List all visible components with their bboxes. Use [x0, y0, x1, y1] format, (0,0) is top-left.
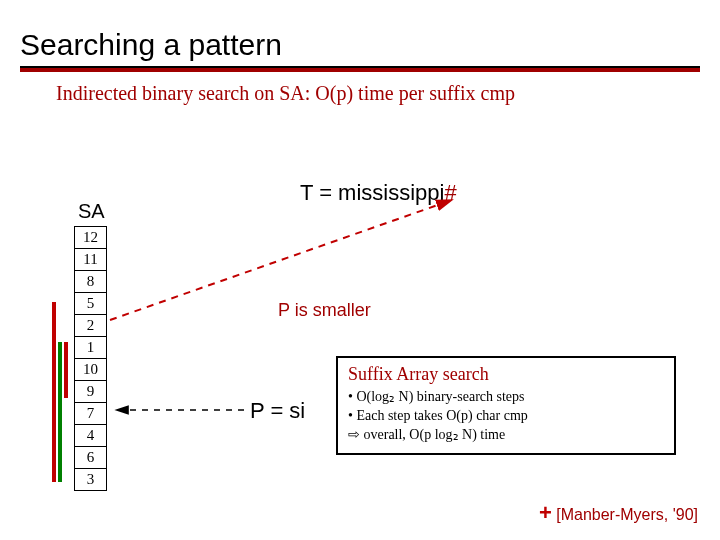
sa-cell: 11	[75, 249, 107, 271]
t-terminator: #	[444, 180, 456, 205]
sa-cell: 3	[75, 469, 107, 491]
range-bar-inner	[64, 342, 68, 398]
subtitle: Indirected binary search on SA: O(p) tim…	[56, 82, 700, 105]
sa-cell: 1	[75, 337, 107, 359]
p-equals-label: P = si	[250, 398, 305, 424]
t-string: T = mississippi#	[300, 180, 457, 206]
suffix-box-line: Each step takes O(p) char cmp	[348, 407, 664, 426]
sa-cell: 6	[75, 447, 107, 469]
sa-cell: 8	[75, 271, 107, 293]
sa-cell: 5	[75, 293, 107, 315]
page-title: Searching a pattern	[20, 28, 700, 62]
range-bar-outer	[52, 302, 56, 482]
range-bar-mid	[58, 342, 62, 482]
citation-text: [Manber-Myers, '90]	[552, 506, 698, 523]
sa-cell: 12	[75, 227, 107, 249]
citation: + [Manber-Myers, '90]	[539, 500, 698, 526]
sa-cell: 7	[75, 403, 107, 425]
sa-cell: 9	[75, 381, 107, 403]
p-smaller-label: P is smaller	[278, 300, 371, 321]
sa-table: 12 11 8 5 2 1 10 9 7 4 6 3	[74, 226, 107, 491]
sa-cell: 4	[75, 425, 107, 447]
t-text: T = mississippi	[300, 180, 444, 205]
suffix-array-box: Suffix Array search O(log₂ N) binary-sea…	[336, 356, 676, 455]
suffix-box-line: O(log₂ N) binary-search steps	[348, 388, 664, 407]
suffix-box-heading: Suffix Array search	[348, 364, 664, 385]
sa-cell: 2	[75, 315, 107, 337]
sa-label: SA	[78, 200, 105, 223]
sa-cell: 10	[75, 359, 107, 381]
plus-icon: +	[539, 500, 552, 525]
title-divider	[20, 66, 700, 72]
suffix-box-overall: overall, O(p log₂ N) time	[348, 426, 664, 445]
